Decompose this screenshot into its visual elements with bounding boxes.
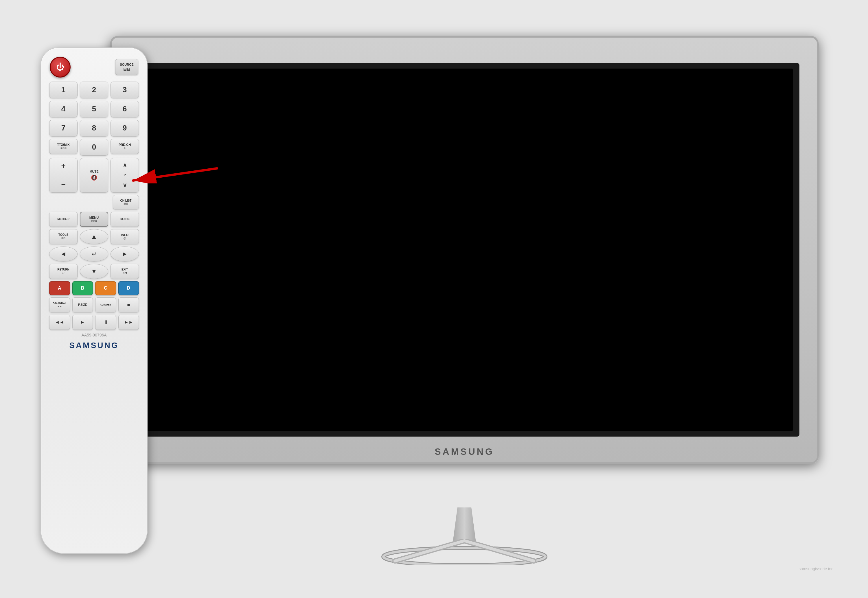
btn-6[interactable]: 6: [111, 101, 139, 117]
btn-1[interactable]: 1: [49, 82, 78, 99]
btn-9[interactable]: 9: [111, 120, 139, 136]
remote-body: SOURCE ⊞⊟ 1 2 3 4 5 6 7 8 9 TTX/MIX: [40, 48, 148, 554]
tv-bezel: [129, 63, 799, 437]
svg-line-7: [133, 168, 217, 181]
fastforward-button[interactable]: ►►: [118, 315, 139, 330]
row-return-down-exit: RETURN ↩ ▼ EXIT ✕⊟: [47, 264, 141, 279]
rewind-button[interactable]: ◄◄: [49, 315, 70, 330]
color-b-button[interactable]: B: [72, 281, 93, 295]
down-button[interactable]: ▼: [80, 264, 108, 279]
mediap-button[interactable]: MEDIA.P: [49, 212, 78, 227]
tools-button[interactable]: TOOLS ⊞⊟: [49, 229, 78, 244]
watermark: samsungtvserie.inc: [799, 567, 833, 571]
mute-button[interactable]: MUTE 🔇: [80, 158, 108, 193]
color-d-button[interactable]: D: [118, 281, 139, 295]
color-a-button[interactable]: A: [49, 281, 70, 295]
right-button[interactable]: ►: [111, 247, 139, 262]
btn-3[interactable]: 3: [111, 82, 139, 99]
tv: SAMSUNG: [110, 36, 819, 513]
btn-7[interactable]: 7: [49, 120, 78, 136]
remote-control: SOURCE ⊞⊟ 1 2 3 4 5 6 7 8 9 TTX/MIX: [40, 48, 148, 554]
exit-button[interactable]: EXIT ✕⊟: [111, 264, 139, 279]
row-media-menu-guide: MEDIA.P MENU ⊞⊟⊠ GUIDE: [47, 212, 141, 227]
stop-button[interactable]: ■: [118, 298, 139, 312]
row-tools-up-info: TOOLS ⊞⊟ ▲ INFO ⓘ: [47, 229, 141, 244]
btn-2[interactable]: 2: [80, 82, 108, 99]
up-button[interactable]: ▲: [80, 229, 108, 244]
btn-4[interactable]: 4: [49, 101, 78, 117]
prech-button[interactable]: PRE-CH ⟳: [111, 139, 139, 154]
tv-frame: SAMSUNG: [110, 36, 819, 464]
left-button[interactable]: ◄: [49, 247, 78, 262]
menu-button[interactable]: MENU ⊞⊟⊠: [80, 212, 108, 227]
tv-screen: [136, 69, 793, 431]
btn-8[interactable]: 8: [80, 120, 108, 136]
source-label: SOURCE: [120, 63, 133, 66]
color-c-button[interactable]: C: [95, 281, 116, 295]
tv-stand-neck: [453, 507, 476, 542]
chlist-button[interactable]: CH LIST ⊞⊟: [113, 195, 139, 209]
row-left-return-right: ◄ ↵ ►: [47, 247, 141, 262]
scene: SAMSUNG: [29, 24, 839, 574]
tv-brand-label: SAMSUNG: [435, 446, 494, 457]
row-special: TTX/MIX ⊞⊟⊠ 0 PRE-CH ⟳: [47, 139, 141, 155]
power-button[interactable]: [50, 57, 70, 78]
source-icon: ⊞⊟: [123, 67, 130, 72]
remote-brand-label: SAMSUNG: [69, 341, 119, 350]
tv-stand-base: [378, 539, 551, 565]
guide-button[interactable]: GUIDE: [111, 212, 139, 227]
arrow-indicator: [110, 166, 220, 184]
pause-button[interactable]: ⏸: [95, 315, 116, 330]
btn-5[interactable]: 5: [80, 101, 108, 117]
row-chlist: CH LIST ⊞⊟: [47, 195, 141, 209]
play-button[interactable]: ►: [72, 315, 93, 330]
row-func-1: E-MANUAL ◄◄ P.SIZE AD/SUBT ■: [47, 298, 141, 312]
source-button[interactable]: SOURCE ⊞⊟: [115, 59, 138, 75]
volume-button[interactable]: + −: [49, 158, 78, 193]
btn-0[interactable]: 0: [80, 139, 108, 155]
adsubt-button[interactable]: AD/SUBT: [95, 298, 116, 312]
info-button[interactable]: INFO ⓘ: [111, 229, 139, 244]
remote-model-number: AA59-00796A: [81, 333, 106, 337]
ttx-button[interactable]: TTX/MIX ⊞⊟⊠: [49, 139, 78, 154]
return-icon-button[interactable]: ↵: [80, 247, 108, 262]
emanual-button[interactable]: E-MANUAL ◄◄: [49, 298, 70, 312]
number-grid: 1 2 3 4 5 6 7 8 9: [47, 82, 141, 136]
psize-button[interactable]: P.SIZE: [72, 298, 93, 312]
row-playback: ◄◄ ► ⏸ ►►: [47, 315, 141, 330]
row-power-source: SOURCE ⊞⊟: [47, 57, 141, 78]
return-button[interactable]: RETURN ↩: [49, 264, 78, 279]
row-color-buttons: A B C D: [47, 281, 141, 295]
